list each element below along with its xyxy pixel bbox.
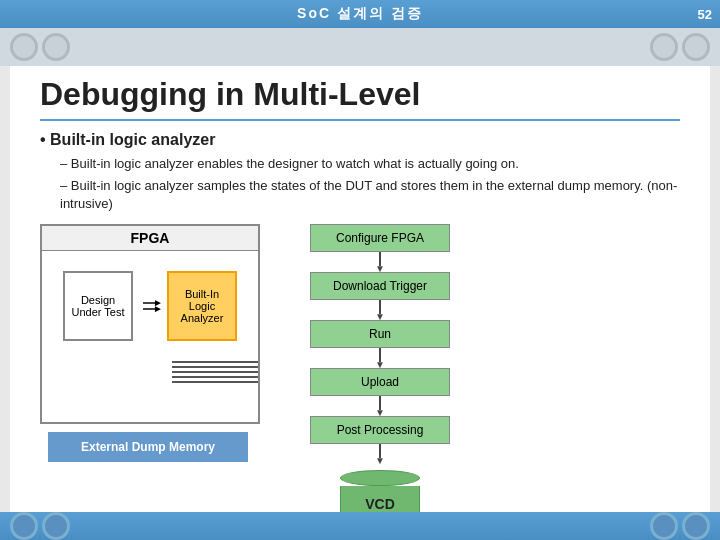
flow-arrow-1: [379, 252, 381, 266]
left-diagram: FPGA Design Under Test ► ►: [40, 224, 260, 462]
fpga-inner: Design Under Test ► ► Built-In Logic Ana…: [42, 251, 258, 361]
dump-memory-label: External Dump Memory: [81, 440, 215, 454]
deco-circle-4: [682, 33, 710, 61]
multi-wire: [172, 361, 258, 383]
dut-box: Design Under Test: [63, 271, 133, 341]
flow-box-configure: Configure FPGA: [310, 224, 450, 252]
flow-step-configure: Configure FPGA: [310, 224, 450, 266]
upload-label: Upload: [361, 375, 399, 389]
wire-2: [172, 366, 258, 368]
deco-circle-b1: [10, 512, 38, 540]
deco-circles-bottom-right: [650, 512, 710, 540]
flow-arrow-2: [379, 300, 381, 314]
slide-number: 52: [698, 7, 712, 22]
flow-step-download: Download Trigger: [310, 272, 450, 314]
run-label: Run: [369, 327, 391, 341]
vcd-label: VCD: [365, 496, 395, 512]
deco-top-row: [0, 28, 720, 66]
dut-label: Design Under Test: [70, 294, 126, 318]
deco-circles-right: [650, 33, 710, 61]
flow-box-upload: Upload: [310, 368, 450, 396]
deco-circle-1: [10, 33, 38, 61]
flow-column: Configure FPGA Download Trigger Run Uplo…: [280, 224, 450, 538]
arrow-line-2: ►: [143, 308, 157, 310]
bottom-bar: [0, 512, 720, 540]
fpga-label: FPGA: [42, 226, 258, 251]
deco-circle-b4: [682, 512, 710, 540]
deco-circle-2: [42, 33, 70, 61]
configure-label: Configure FPGA: [336, 231, 424, 245]
wire-4: [172, 376, 258, 378]
deco-circle-b2: [42, 512, 70, 540]
analyzer-label: Built-In Logic Analyzer: [174, 288, 230, 324]
deco-circle-3: [650, 33, 678, 61]
flow-step-run: Run: [310, 320, 450, 362]
sub-bullet-1: – Built-in logic analyzer enables the de…: [60, 155, 680, 173]
sub-bullet-2: – Built-in logic analyzer samples the st…: [60, 177, 680, 213]
flow-arrow-4: [379, 396, 381, 410]
cylinder-top: [340, 470, 420, 486]
slide-content: Debugging in Multi-Level • Built-in logi…: [10, 66, 710, 540]
flow-arrow-5: [379, 444, 381, 458]
wire-1: [172, 361, 258, 363]
wire-5: [172, 381, 258, 383]
cyberkaist-logo: CyberKAIST: [638, 494, 702, 506]
flow-box-download: Download Trigger: [310, 272, 450, 300]
flow-step-post: Post Processing: [310, 416, 450, 458]
deco-circle-b3: [650, 512, 678, 540]
sub-bullets: – Built-in logic analyzer enables the de…: [60, 155, 680, 214]
bullet-main: • Built-in logic analyzer: [40, 131, 680, 149]
post-label: Post Processing: [337, 423, 424, 437]
flow-box-run: Run: [310, 320, 450, 348]
fpga-box: FPGA Design Under Test ► ►: [40, 224, 260, 424]
deco-circles-left: [10, 33, 70, 61]
slide-title: Debugging in Multi-Level: [40, 76, 680, 121]
flow-arrow-3: [379, 348, 381, 362]
top-bar-title: SoC 설계의 검증: [297, 5, 423, 23]
flow-box-post: Post Processing: [310, 416, 450, 444]
flow-step-upload: Upload: [310, 368, 450, 410]
dump-memory-box: External Dump Memory: [48, 432, 248, 462]
analyzer-box: Built-In Logic Analyzer: [167, 271, 237, 341]
download-label: Download Trigger: [333, 279, 427, 293]
dut-analyzer-arrows: ► ►: [143, 302, 157, 310]
deco-circles-bottom-left: [10, 512, 70, 540]
diagram: FPGA Design Under Test ► ►: [40, 224, 680, 538]
top-bar: SoC 설계의 검증 52: [0, 0, 720, 28]
wire-3: [172, 371, 258, 373]
